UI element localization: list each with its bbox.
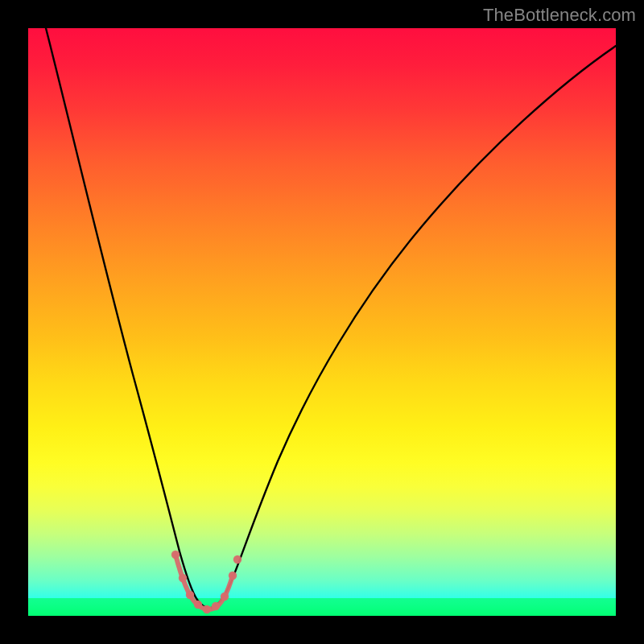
marker-dot xyxy=(212,602,220,610)
marker-trough-line xyxy=(175,555,233,609)
marker-dot xyxy=(203,605,211,613)
marker-dot xyxy=(186,591,194,599)
watermark-text: TheBottleneck.com xyxy=(483,5,636,26)
bottleneck-curve xyxy=(46,28,616,609)
marker-dot xyxy=(221,592,229,601)
marker-dot xyxy=(171,551,180,559)
plot-area xyxy=(28,28,616,616)
marker-dot xyxy=(233,555,242,564)
marker-dot xyxy=(229,572,237,580)
chart-frame: TheBottleneck.com xyxy=(0,0,644,644)
marker-dot xyxy=(179,574,187,582)
marker-dot xyxy=(194,601,202,609)
curve-svg xyxy=(28,28,616,616)
